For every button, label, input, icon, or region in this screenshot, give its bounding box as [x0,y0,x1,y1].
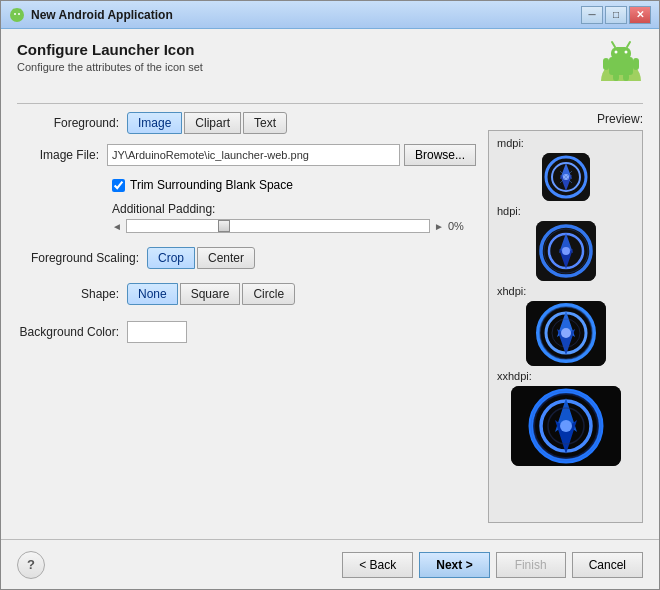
page-header: Configure Launcher Icon Configure the at… [17,41,599,73]
preview-hdpi-label: hdpi: [497,205,634,217]
image-file-input[interactable] [107,144,400,166]
preview-xxhdpi-icon [511,386,621,466]
slider-track[interactable] [126,219,430,233]
padding-label: Additional Padding: [112,202,476,216]
maximize-button[interactable]: □ [605,6,627,24]
shape-label: Shape: [17,287,127,301]
trim-checkbox[interactable] [112,179,125,192]
scaling-crop-button[interactable]: Crop [147,247,195,269]
foreground-tab-group: Image Clipart Text [127,112,287,134]
svg-line-6 [20,9,21,10]
svg-point-44 [560,420,572,432]
shape-row: Shape: None Square Circle [17,283,476,305]
preview-xxhdpi [497,386,634,466]
preview-hdpi [497,221,634,281]
scaling-label: Foreground Scaling: [17,251,147,265]
svg-line-12 [612,42,615,47]
preview-xhdpi-label: xhdpi: [497,285,634,297]
svg-point-36 [561,328,571,338]
svg-rect-2 [13,12,21,18]
slider-thumb[interactable] [218,220,230,232]
svg-rect-14 [603,58,609,70]
trim-row: Trim Surrounding Blank Space [112,178,476,192]
foreground-label: Foreground: [17,116,127,130]
cancel-button[interactable]: Cancel [572,552,643,578]
help-button[interactable]: ? [17,551,45,579]
color-swatch[interactable] [127,321,187,343]
foreground-tab-clipart[interactable]: Clipart [184,112,241,134]
content-area: Configure Launcher Icon Configure the at… [1,29,659,531]
foreground-tab-image[interactable]: Image [127,112,182,134]
svg-line-13 [627,42,630,47]
preview-inner: mdpi: [488,130,643,523]
page-subtitle: Configure the attributes of the icon set [17,61,599,73]
window-icon [9,7,25,23]
preview-xhdpi [497,301,634,366]
bg-color-row: Background Color: [17,321,476,343]
svg-line-5 [13,9,14,10]
footer: ? < Back Next > Finish Cancel [1,539,659,589]
preview-label: Preview: [488,112,643,126]
browse-button[interactable]: Browse... [404,144,476,166]
form-area: Foreground: Image Clipart Text Image Fil… [17,112,476,523]
padding-section: Additional Padding: ◄ ► 0% [112,202,476,233]
scaling-center-button[interactable]: Center [197,247,255,269]
svg-rect-15 [633,58,639,70]
trim-label: Trim Surrounding Blank Space [130,178,293,192]
preview-xhdpi-icon [526,301,606,366]
foreground-row: Foreground: Image Clipart Text [17,112,476,134]
finish-button: Finish [496,552,566,578]
back-button[interactable]: < Back [342,552,413,578]
preview-mdpi [497,153,634,201]
page-title: Configure Launcher Icon [17,41,599,58]
svg-point-10 [615,51,618,54]
title-bar-controls: ─ □ ✕ [581,6,651,24]
image-file-label: Image File: [17,148,107,162]
svg-rect-9 [611,47,631,60]
svg-point-29 [562,247,570,255]
preview-hdpi-icon [536,221,596,281]
shape-circle-button[interactable]: Circle [242,283,295,305]
svg-point-4 [18,13,20,15]
android-logo [599,37,643,84]
scaling-row: Foreground Scaling: Crop Center [17,247,476,269]
shape-none-button[interactable]: None [127,283,178,305]
svg-point-11 [625,51,628,54]
slider-left-arrow[interactable]: ◄ [112,221,122,232]
main-window: New Android Application ─ □ ✕ Configure … [0,0,660,590]
title-bar: New Android Application ─ □ ✕ [1,1,659,29]
minimize-button[interactable]: ─ [581,6,603,24]
divider [17,103,643,104]
image-file-row: Image File: Browse... [17,144,476,166]
scaling-button-group: Crop Center [147,247,255,269]
close-button[interactable]: ✕ [629,6,651,24]
window-title: New Android Application [31,8,581,22]
preview-mdpi-label: mdpi: [497,137,634,149]
svg-rect-16 [613,73,619,81]
preview-mdpi-icon [542,153,590,201]
shape-button-group: None Square Circle [127,283,295,305]
slider-row: ◄ ► 0% [112,219,476,233]
footer-buttons: < Back Next > Finish Cancel [342,552,643,578]
svg-rect-17 [623,73,629,81]
preview-xxhdpi-label: xxhdpi: [497,370,634,382]
foreground-tab-text[interactable]: Text [243,112,287,134]
bg-color-label: Background Color: [17,325,127,339]
preview-area: Preview: mdpi: [488,112,643,523]
slider-right-arrow[interactable]: ► [434,221,444,232]
next-button[interactable]: Next > [419,552,489,578]
shape-square-button[interactable]: Square [180,283,241,305]
main-row: Foreground: Image Clipart Text Image Fil… [17,112,643,523]
svg-point-3 [14,13,16,15]
slider-value: 0% [448,220,476,232]
